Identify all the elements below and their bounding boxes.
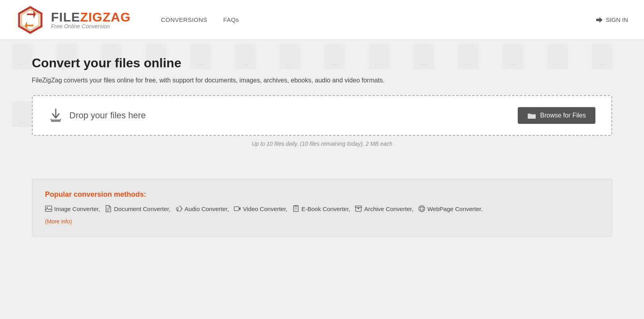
- drop-icon: [49, 108, 63, 123]
- svg-rect-3: [45, 206, 52, 211]
- image-converter-icon: [45, 205, 52, 212]
- header-left: FILEZIGZAG Free Online Conversion CONVER…: [16, 6, 239, 34]
- svg-point-8: [177, 210, 178, 211]
- svg-rect-12: [355, 206, 362, 207]
- browse-files-label: Browse for Files: [540, 112, 586, 119]
- brand-zigzag: ZIGZAG: [80, 10, 131, 24]
- header-center: CONVERSIONS FAQs: [137, 16, 239, 23]
- popular-audio-label[interactable]: Audio Converter,: [184, 205, 229, 212]
- nav-faqs[interactable]: FAQs: [223, 16, 239, 23]
- popular-item-ebook: E-Book Converter,: [292, 205, 350, 212]
- header-nav: CONVERSIONS FAQs: [161, 16, 239, 23]
- svg-rect-9: [234, 207, 239, 211]
- video-converter-icon: [234, 205, 241, 212]
- popular-list: Image Converter, Document Converter, Aud…: [45, 205, 599, 212]
- logo-icon: [16, 6, 45, 34]
- more-info-link[interactable]: (More info): [45, 218, 72, 225]
- popular-webpage-label[interactable]: WebPage Converter.: [427, 205, 483, 212]
- signin-label: SIGN IN: [606, 16, 628, 23]
- popular-image-label[interactable]: Image Converter,: [54, 205, 100, 212]
- svg-marker-1: [22, 10, 39, 30]
- ebook-converter-icon: [292, 205, 299, 212]
- hero-description: FileZigZag converts your files online fo…: [32, 77, 390, 84]
- popular-section: Popular conversion methods: Image Conver…: [32, 179, 612, 237]
- browse-files-button[interactable]: Browse for Files: [518, 107, 595, 124]
- folder-icon: [527, 112, 536, 119]
- logo-text: FILEZIGZAG Free Online Conversion: [51, 10, 131, 29]
- svg-point-15: [420, 206, 423, 212]
- hero-content: Convert your files online FileZigZag con…: [32, 56, 612, 147]
- popular-item-audio: Audio Converter,: [175, 205, 229, 212]
- hero-title: Convert your files online: [32, 56, 612, 70]
- svg-point-14: [419, 206, 425, 212]
- nav-conversions[interactable]: CONVERSIONS: [161, 16, 207, 23]
- popular-video-label[interactable]: Video Converter,: [243, 205, 287, 212]
- popular-item-document: Document Converter,: [105, 205, 170, 212]
- drop-hint: Up to 10 files daily. (10 files remainin…: [32, 141, 612, 147]
- signin-button[interactable]: SIGN IN: [595, 16, 628, 23]
- drop-text: Drop your files here: [69, 110, 146, 121]
- popular-item-image: Image Converter,: [45, 205, 100, 212]
- svg-marker-0: [19, 7, 41, 33]
- popular-document-label[interactable]: Document Converter,: [114, 205, 170, 212]
- brand-name: FILEZIGZAG: [51, 10, 131, 25]
- hero-section: PT PDF GIF PPT PDF GIF DOC WMV DOC JPG W…: [0, 40, 644, 155]
- dropzone[interactable]: Drop your files here Browse for Files: [32, 95, 612, 136]
- svg-rect-13: [358, 208, 359, 209]
- audio-converter-icon: [175, 205, 182, 212]
- document-converter-icon: [105, 205, 112, 212]
- brand-file: FILE: [51, 10, 80, 24]
- popular-item-webpage: WebPage Converter.: [418, 205, 483, 212]
- popular-ebook-label[interactable]: E-Book Converter,: [301, 205, 350, 212]
- popular-title: Popular conversion methods:: [45, 190, 599, 199]
- header: FILEZIGZAG Free Online Conversion CONVER…: [0, 0, 644, 40]
- popular-item-archive: Archive Converter,: [355, 205, 413, 212]
- popular-archive-label[interactable]: Archive Converter,: [364, 205, 413, 212]
- svg-rect-2: [51, 119, 61, 122]
- brand-tagline: Free Online Conversion: [51, 23, 131, 29]
- bg-icon-1: PT: [12, 44, 33, 69]
- bg-icon-15: WMV: [12, 102, 33, 127]
- webpage-converter-icon: [418, 205, 425, 212]
- archive-converter-icon: [355, 205, 362, 212]
- drop-left: Drop your files here: [49, 108, 146, 123]
- popular-item-video: Video Converter,: [234, 205, 287, 212]
- signin-icon: [595, 17, 603, 23]
